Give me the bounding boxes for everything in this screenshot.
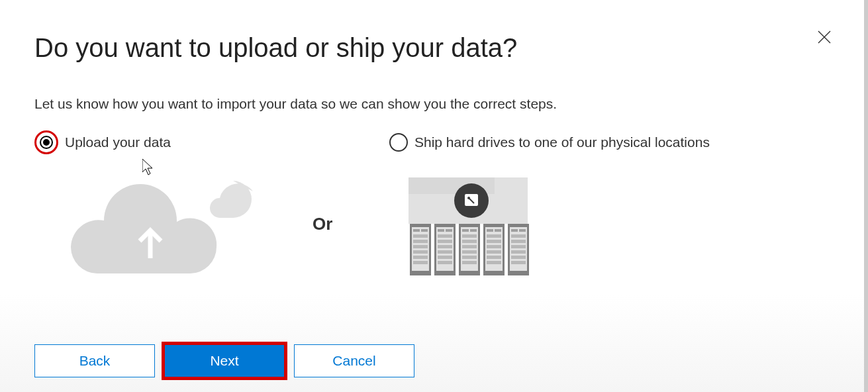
svg-rect-30	[461, 227, 478, 271]
svg-rect-21	[438, 229, 444, 232]
svg-rect-26	[438, 250, 452, 254]
svg-rect-41	[487, 229, 493, 232]
svg-rect-15	[413, 245, 428, 248]
svg-rect-33	[462, 234, 477, 238]
or-separator: Or	[313, 214, 332, 234]
svg-rect-32	[470, 229, 477, 232]
svg-rect-46	[487, 250, 501, 254]
svg-rect-17	[413, 256, 428, 259]
upload-option[interactable]: Upload your data	[34, 130, 171, 154]
radio-selected-icon	[34, 130, 58, 154]
back-button[interactable]: Back	[34, 344, 155, 377]
svg-rect-16	[413, 250, 428, 254]
ship-option-label: Ship hard drives to one of our physical …	[414, 134, 710, 150]
svg-rect-24	[438, 240, 452, 243]
svg-rect-55	[511, 245, 526, 248]
svg-rect-14	[413, 240, 428, 243]
svg-rect-10	[412, 227, 429, 271]
svg-rect-50	[510, 227, 527, 271]
svg-rect-37	[462, 256, 477, 259]
svg-rect-48	[487, 261, 501, 264]
close-icon	[816, 29, 832, 45]
svg-rect-18	[413, 261, 428, 264]
svg-rect-53	[511, 234, 526, 238]
svg-rect-52	[519, 229, 526, 232]
svg-rect-28	[438, 261, 452, 264]
svg-rect-45	[487, 245, 501, 248]
svg-rect-42	[495, 229, 501, 232]
radio-unselected-icon	[389, 133, 408, 152]
page-subtitle: Let us know how you want to import your …	[34, 96, 834, 112]
svg-rect-31	[462, 229, 469, 232]
svg-rect-47	[487, 256, 501, 259]
svg-rect-27	[438, 256, 452, 259]
svg-rect-58	[511, 261, 526, 264]
svg-rect-51	[511, 229, 518, 232]
svg-rect-40	[485, 227, 503, 271]
svg-rect-22	[446, 229, 452, 232]
svg-rect-34	[462, 240, 477, 243]
svg-rect-57	[511, 256, 526, 259]
page-title: Do you want to upload or ship your data?	[34, 33, 834, 63]
datacenter-icon	[399, 171, 538, 277]
svg-rect-38	[462, 261, 477, 264]
svg-rect-20	[436, 227, 454, 271]
svg-rect-23	[438, 234, 452, 238]
upload-option-label: Upload your data	[65, 134, 171, 150]
svg-rect-13	[413, 234, 428, 238]
cancel-button[interactable]: Cancel	[294, 344, 414, 377]
close-button[interactable]	[814, 26, 835, 48]
svg-rect-43	[487, 234, 501, 238]
cloud-upload-icon	[68, 171, 266, 277]
svg-rect-12	[421, 229, 428, 232]
next-button[interactable]: Next	[164, 344, 285, 377]
svg-rect-35	[462, 245, 477, 248]
svg-rect-56	[511, 250, 526, 254]
svg-rect-25	[438, 245, 452, 248]
ship-option[interactable]: Ship hard drives to one of our physical …	[389, 130, 710, 154]
svg-rect-54	[511, 240, 526, 243]
svg-rect-44	[487, 240, 501, 243]
svg-rect-36	[462, 250, 477, 254]
svg-rect-11	[413, 229, 420, 232]
